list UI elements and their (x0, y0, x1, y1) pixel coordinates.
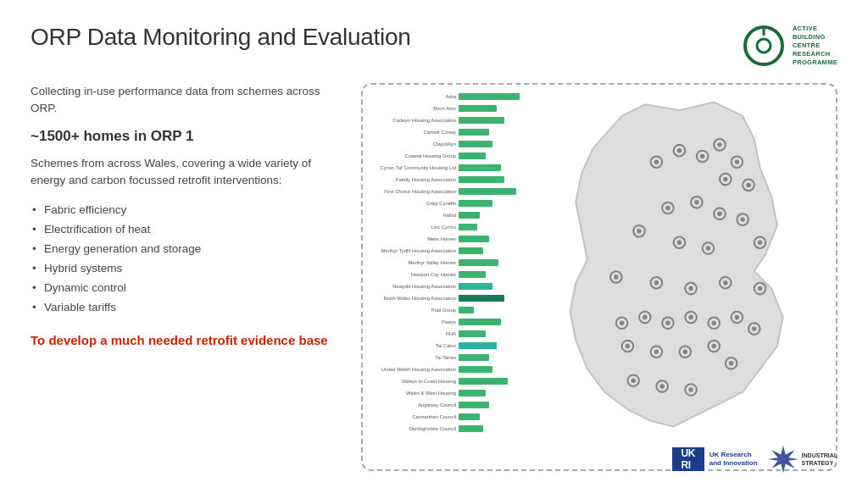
chart-label: United Welsh Housing Association (370, 367, 459, 372)
chart-row: Cynon Taf Community Housing Ltd (370, 163, 526, 173)
chart-label: Merthyr Tydfil Housing Association (370, 248, 459, 253)
svg-point-66 (614, 274, 618, 279)
chart-label: Anglesey Council (370, 402, 459, 408)
svg-point-70 (723, 280, 727, 285)
chart-bar (459, 152, 486, 159)
svg-point-4 (654, 160, 659, 164)
chart-row: Brion Afon (370, 103, 526, 114)
main-content: Collecting in-use performance data from … (31, 83, 837, 471)
chart-row: Tai Calon (370, 341, 526, 351)
chart-bar (459, 129, 489, 136)
svg-point-62 (688, 387, 693, 391)
chart-bar (459, 425, 483, 432)
chart-row: Merthyr Tydfil Housing Association (370, 246, 526, 256)
chart-bar (459, 236, 489, 242)
chart-label: Hafod (370, 213, 459, 218)
header: ORP Data Monitoring and Evaluation ACTIV… (31, 24, 837, 68)
svg-point-20 (694, 200, 698, 204)
list-item: Hybrid systems (31, 259, 344, 279)
chart-row: Newport City Homes (370, 269, 526, 280)
svg-point-22 (717, 212, 721, 216)
svg-point-18 (665, 206, 670, 210)
chart-label: Newydd Housing Association (370, 284, 459, 289)
chart-row: Hafod (370, 210, 526, 220)
svg-marker-73 (768, 446, 798, 473)
chart-label: Grŵp Cynefin (370, 201, 459, 206)
chart-label: Valleys to Coast Housing (370, 379, 459, 384)
chart-label: Pobl Group (370, 308, 459, 313)
chart-label: Coastal Housing Group (370, 153, 459, 158)
svg-point-6 (677, 148, 682, 152)
chart-row: Tai Tarian (370, 352, 526, 363)
chart-row: Family Housing Association (370, 175, 526, 185)
chart-label: Linc Cymru (370, 225, 459, 230)
chart-row: Grŵp Cynefin (370, 198, 526, 208)
industrial-label: INDUSTRIALSTRATEGY (802, 452, 837, 467)
industrial-badge: INDUSTRIALSTRATEGY (768, 444, 837, 474)
page-title: ORP Data Monitoring and Evaluation (31, 24, 410, 51)
list-item: Fabric efficiency (31, 201, 344, 220)
map-panel (530, 92, 829, 463)
chart-row: Linc Cymru (370, 222, 526, 232)
chart-bar (459, 366, 492, 373)
chart-row: ClwydAlyn (370, 139, 526, 149)
svg-point-50 (654, 350, 659, 354)
chart-bar (459, 259, 498, 266)
chart-label: Cartrefi Conwy (370, 130, 459, 135)
chart-bar (459, 212, 480, 219)
ukri-badge: UKRI UK Researchand Innovation (672, 447, 758, 471)
chart-row: Adra (370, 92, 526, 102)
chart-bar (459, 295, 504, 302)
svg-point-46 (752, 326, 756, 330)
ukri-label: UK Researchand Innovation (709, 451, 758, 469)
chart-bar (459, 330, 486, 337)
svg-point-30 (706, 246, 710, 250)
chart-row: Denbighshire Council (370, 424, 526, 434)
chart-label: ClwydAlyn (370, 141, 459, 147)
chart-bar (459, 141, 492, 147)
chart-row: Pobl Group (370, 305, 526, 315)
bottom-logos: UKRI UK Researchand Innovation INDUSTRIA… (672, 444, 837, 474)
chart-row: United Welsh Housing Association (370, 364, 526, 374)
chart-bar (459, 176, 504, 183)
chart-bar (459, 188, 516, 195)
chart-bar (459, 342, 497, 349)
svg-point-48 (626, 344, 630, 348)
chart-bar (459, 93, 520, 100)
chart-row: RHA (370, 329, 526, 339)
chart-row: Carmarthen Council (370, 412, 526, 422)
chart-row: Cartrefi Conwy (370, 127, 526, 137)
svg-point-58 (631, 378, 635, 382)
dashed-container: AdraBrion AfonCadwyn Housing Association… (361, 83, 837, 471)
chart-bar (459, 271, 486, 278)
chart-row: Powys (370, 317, 526, 327)
svg-point-64 (654, 280, 659, 285)
chart-label: Denbighshire Council (370, 426, 459, 431)
right-panel: AdraBrion AfonCadwyn Housing Association… (361, 83, 837, 471)
chart-bar (459, 164, 501, 171)
chart-bar (459, 200, 492, 207)
svg-point-40 (688, 315, 693, 319)
page: ORP Data Monitoring and Evaluation ACTIV… (0, 0, 868, 488)
chart-row: Melin Homes (370, 234, 526, 244)
bullet-list: Fabric efficiency Electrification of hea… (31, 201, 344, 318)
svg-point-32 (758, 241, 762, 245)
intro-text: Collecting in-use performance data from … (31, 83, 344, 118)
chart-row: North Wales Housing Association (370, 293, 526, 303)
svg-point-68 (688, 286, 693, 291)
svg-point-14 (723, 177, 727, 181)
svg-point-56 (729, 361, 733, 365)
industrial-strategy-icon (768, 444, 798, 474)
logo-text: ACTIVEBUILDINGCENTRERESEARCHPROGRAMME (793, 25, 837, 68)
svg-point-60 (659, 384, 664, 388)
chart-label: Carmarthen Council (370, 414, 459, 419)
svg-point-52 (683, 350, 687, 354)
highlight-text: ~1500+ homes in ORP 1 (31, 128, 344, 145)
svg-point-36 (643, 315, 647, 319)
svg-point-26 (637, 229, 641, 233)
chart-bar (459, 307, 474, 313)
svg-point-72 (758, 286, 762, 291)
list-item: Electrification of heat (31, 220, 344, 240)
chart-label: Cadwyn Housing Association (370, 118, 459, 123)
svg-point-12 (735, 160, 739, 164)
